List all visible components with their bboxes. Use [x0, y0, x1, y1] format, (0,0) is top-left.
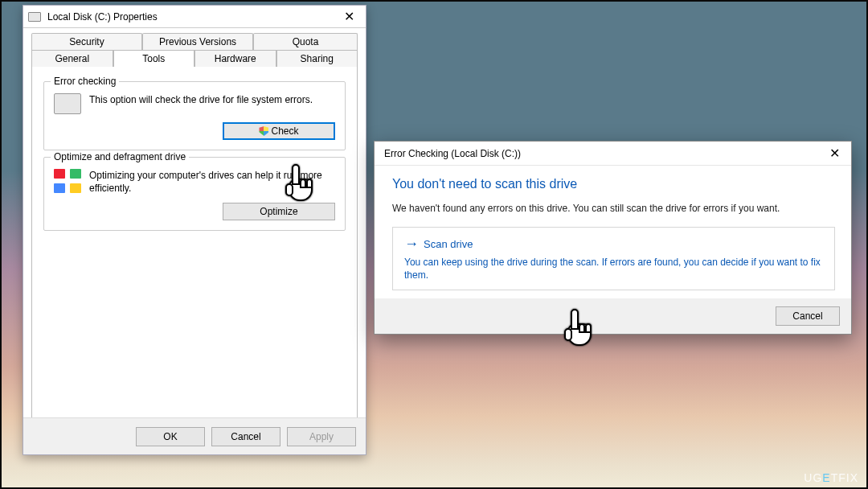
check-button-label: Check [271, 125, 298, 137]
window-title: Local Disk (C:) Properties [47, 11, 338, 23]
dialog-footer: OK Cancel Apply [23, 417, 366, 454]
defrag-icon [54, 169, 81, 193]
tab-content-tools: Error checking This option will check th… [31, 66, 358, 424]
tab-sharing[interactable]: Sharing [276, 50, 358, 67]
scan-drive-description: You can keep using the drive during the … [404, 256, 823, 281]
tab-hardware[interactable]: Hardware [194, 50, 276, 67]
check-button[interactable]: Check [223, 122, 335, 140]
pointer-hand-icon [563, 309, 598, 355]
dialog-footer: Cancel [375, 298, 851, 334]
pointer-hand-icon [284, 164, 319, 211]
apply-button[interactable]: Apply [287, 427, 356, 446]
error-checking-group: Error checking This option will check th… [43, 81, 346, 150]
close-icon[interactable]: ✕ [825, 146, 845, 161]
drive-icon [54, 93, 81, 114]
shield-icon [259, 126, 268, 136]
cancel-button[interactable]: Cancel [211, 427, 280, 446]
watermark: UGETFIX [804, 471, 858, 484]
group-title: Error checking [51, 76, 119, 87]
titlebar[interactable]: Error Checking (Local Disk (C:)) ✕ [375, 142, 851, 166]
scan-drive-option[interactable]: →Scan drive You can keep using the drive… [392, 227, 835, 290]
tab-previous-versions[interactable]: Previous Versions [142, 33, 253, 50]
dialog-heading: You don't need to scan this drive [392, 177, 835, 191]
properties-dialog: Local Disk (C:) Properties ✕ Security Pr… [23, 5, 366, 455]
window-title: Error Checking (Local Disk (C:)) [384, 148, 825, 159]
ok-button[interactable]: OK [136, 427, 205, 446]
tab-general[interactable]: General [31, 50, 113, 67]
scan-drive-title: Scan drive [424, 238, 473, 250]
error-checking-description: This option will check the drive for fil… [89, 93, 335, 114]
drive-icon [28, 12, 41, 22]
tab-security[interactable]: Security [31, 33, 142, 50]
titlebar[interactable]: Local Disk (C:) Properties ✕ [23, 6, 366, 28]
arrow-right-icon: → [404, 236, 419, 253]
tab-tools[interactable]: Tools [113, 50, 195, 67]
dialog-message: We haven't found any errors on this driv… [392, 203, 835, 214]
tabs: Security Previous Versions Quota General… [23, 28, 366, 424]
tab-quota[interactable]: Quota [253, 33, 358, 50]
cancel-button[interactable]: Cancel [776, 306, 840, 326]
error-checking-dialog: Error Checking (Local Disk (C:)) ✕ You d… [374, 141, 852, 335]
close-icon[interactable]: ✕ [338, 9, 361, 24]
group-title: Optimize and defragment drive [51, 151, 189, 162]
